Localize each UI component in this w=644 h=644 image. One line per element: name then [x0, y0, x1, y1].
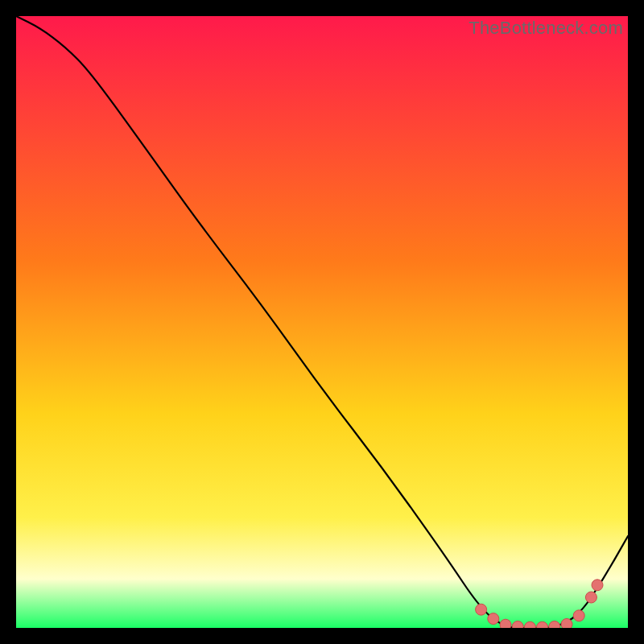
- data-point: [592, 580, 603, 591]
- data-point: [573, 610, 584, 621]
- data-point: [488, 613, 499, 625]
- data-point: [500, 619, 511, 628]
- data-point: [585, 592, 597, 603]
- bottleneck-chart: [16, 16, 628, 628]
- gradient-background: [16, 16, 628, 628]
- chart-frame: TheBottleneck.com: [16, 16, 628, 628]
- data-point: [561, 618, 572, 628]
- data-point: [476, 604, 487, 615]
- watermark-text: TheBottleneck.com: [469, 18, 623, 39]
